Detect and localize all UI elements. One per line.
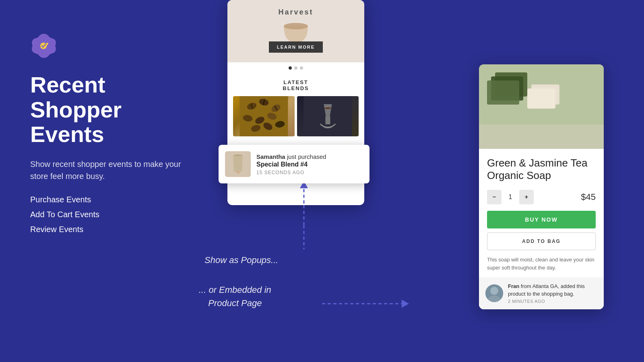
logo (30, 32, 199, 72)
latest-blends-title: LATEST BLENDS (233, 79, 359, 91)
svg-point-21 (325, 107, 331, 109)
add-to-bag-button[interactable]: ADD TO BAG (487, 232, 596, 250)
hero-text: Harvest (278, 8, 313, 16)
carousel-dots (227, 62, 364, 74)
embed-avatar (485, 284, 503, 302)
dot-1 (289, 66, 292, 70)
svg-rect-26 (487, 80, 519, 105)
svg-rect-28 (527, 88, 555, 109)
blends-grid (233, 96, 359, 136)
feature-list: Purchase Events Add To Cart Events Revie… (30, 195, 199, 234)
svg-point-31 (490, 287, 498, 295)
popup-purchaser: Samantha just purchased (256, 153, 326, 160)
popup-product-image (225, 151, 251, 177)
blend-image-1 (233, 96, 295, 136)
quantity-price-row: − 1 + $45 (487, 190, 596, 204)
product-details: Green & Jasmine Tea Organic Soap − 1 + $… (479, 149, 604, 272)
product-page-mockup: Green & Jasmine Tea Organic Soap − 1 + $… (479, 64, 604, 309)
quantity-decrease-button[interactable]: − (487, 190, 502, 204)
subtitle-text: Show recent shopper events to make your … (30, 158, 199, 182)
product-description: This soap will moist, clean and leave yo… (487, 256, 596, 272)
left-panel: Recent Shopper Events Show recent shoppe… (30, 32, 199, 240)
embedded-notification: Fran from Atlanta GA, added this product… (479, 277, 604, 309)
svg-point-4 (284, 23, 308, 29)
page-title: Recent Shopper Events (30, 72, 199, 147)
product-price: $45 (581, 192, 596, 202)
popup-text: Samantha just purchased Special Blend #4… (256, 153, 326, 175)
learn-more-button[interactable]: LEARN MORE (269, 41, 323, 53)
feature-item-cart: Add To Cart Events (30, 210, 199, 219)
quantity-value: 1 (506, 193, 514, 201)
phone-hero-section: Harvest LEARN MORE (227, 0, 364, 62)
latest-blends-section: LATEST BLENDS (227, 74, 364, 136)
buy-now-button[interactable]: BUY NOW (487, 211, 596, 228)
dot-3 (300, 66, 303, 70)
embed-timestamp: 2 MINUTES AGO (508, 299, 597, 304)
feature-item-purchase: Purchase Events (30, 195, 199, 204)
svg-rect-20 (326, 116, 330, 124)
quantity-increase-button[interactable]: + (519, 190, 534, 204)
dot-2 (294, 66, 297, 70)
embed-text-block: Fran from Atlanta GA, added this product… (508, 283, 597, 303)
feature-item-review: Review Events (30, 225, 199, 234)
embed-event-text: Fran from Atlanta GA, added this product… (508, 283, 597, 297)
popup-timestamp: 15 SECONDS AGO (256, 170, 326, 175)
svg-rect-29 (479, 125, 604, 149)
product-name: Green & Jasmine Tea Organic Soap (487, 157, 596, 182)
svg-marker-1 (402, 300, 409, 308)
popup-notification: Samantha just purchased Special Blend #4… (219, 145, 369, 183)
product-image-area (479, 64, 604, 149)
popup-product-name: Special Blend #4 (256, 161, 326, 168)
embedded-label: ... or Embedded in Product Page (199, 283, 271, 310)
blend-image-2 (297, 96, 359, 136)
popups-label: Show as Popups... (204, 255, 278, 265)
